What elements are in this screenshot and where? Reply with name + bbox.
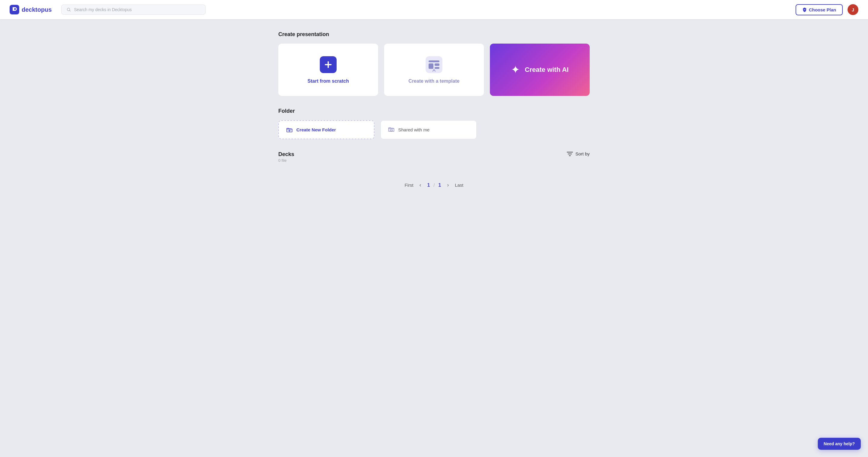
logo[interactable]: decktopus: [10, 5, 52, 14]
template-card-icon: [425, 56, 443, 74]
next-page-button[interactable]: ›: [444, 181, 451, 189]
svg-rect-5: [429, 63, 433, 69]
decks-title: Decks: [278, 151, 294, 157]
total-pages: 1: [438, 183, 441, 188]
page-separator: /: [433, 183, 435, 188]
decks-count: 0 file: [278, 158, 294, 163]
sort-icon: [567, 152, 573, 156]
sort-by-label: Sort by: [575, 151, 590, 156]
prev-page-button[interactable]: ‹: [417, 181, 424, 189]
choose-plan-label: Choose Plan: [809, 7, 836, 12]
sparkle-icon: ✦: [511, 63, 520, 76]
svg-rect-4: [429, 60, 439, 62]
create-ai-card[interactable]: ✦ Create with AI: [490, 43, 590, 96]
shared-folder-card[interactable]: Shared with me: [380, 120, 477, 139]
logo-icon: [10, 5, 19, 14]
decks-title-block: Decks 0 file: [278, 151, 294, 163]
create-cards-container: Start from scratch Create with a templat…: [278, 43, 590, 96]
header: decktopus Choose Plan J: [0, 0, 868, 19]
folder-section-title: Folder: [278, 108, 590, 114]
svg-rect-3: [426, 56, 442, 73]
pagination: First ‹ 1 / 1 › Last: [278, 181, 590, 189]
search-bar: [61, 4, 206, 15]
search-input[interactable]: [74, 7, 200, 12]
scratch-card-label: Start from scratch: [307, 79, 349, 84]
user-avatar[interactable]: J: [847, 4, 858, 15]
shared-folder-icon: [388, 126, 395, 133]
need-help-button[interactable]: Need any help?: [818, 438, 861, 450]
current-page: 1: [427, 183, 430, 188]
logo-text: decktopus: [22, 6, 52, 13]
main-content: Create presentation Start from scratch: [269, 19, 599, 213]
create-folder-card[interactable]: Create New Folder: [278, 120, 374, 139]
template-icon: [426, 56, 442, 73]
create-template-card[interactable]: Create with a template: [384, 43, 484, 96]
template-card-label: Create with a template: [408, 79, 460, 84]
shield-check-icon: [802, 7, 807, 12]
header-right: Choose Plan J: [796, 4, 858, 15]
svg-rect-6: [435, 63, 439, 66]
decks-header: Decks 0 file Sort by: [278, 151, 590, 163]
create-section-title: Create presentation: [278, 31, 590, 38]
ai-card-label: Create with AI: [525, 66, 569, 74]
choose-plan-button[interactable]: Choose Plan: [796, 4, 843, 15]
create-scratch-card[interactable]: Start from scratch: [278, 43, 378, 96]
search-icon: [66, 7, 71, 12]
folder-icon: [286, 127, 293, 133]
svg-rect-7: [435, 67, 439, 69]
first-page-label[interactable]: First: [405, 183, 413, 188]
plus-icon: [320, 56, 337, 73]
sort-by-button[interactable]: Sort by: [567, 151, 590, 156]
create-folder-label: Create New Folder: [296, 127, 336, 132]
folder-cards-container: Create New Folder Shared with me: [278, 120, 590, 139]
scratch-card-icon: [319, 56, 337, 74]
last-page-label[interactable]: Last: [455, 183, 463, 188]
svg-point-1: [14, 8, 16, 10]
shared-folder-label: Shared with me: [398, 127, 430, 132]
